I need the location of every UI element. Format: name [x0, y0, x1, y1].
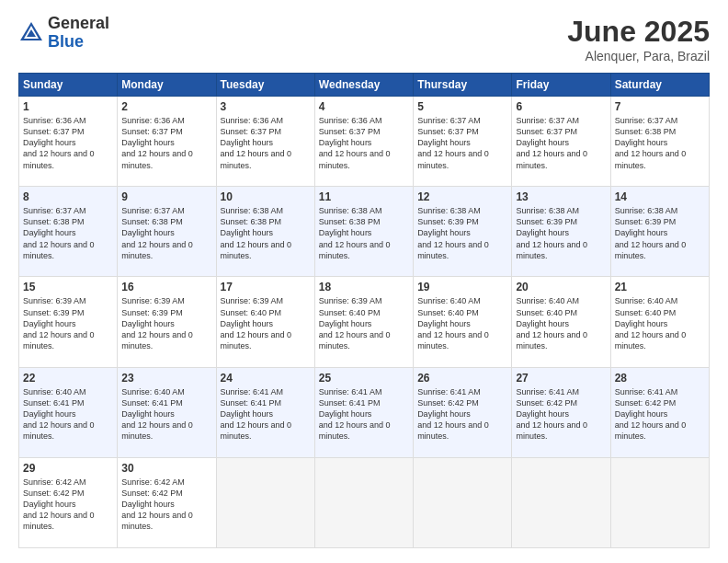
day-detail: Sunrise: 6:37 AMSunset: 6:38 PMDaylight …: [23, 205, 113, 261]
table-row: [414, 457, 512, 547]
table-row: 24Sunrise: 6:41 AMSunset: 6:41 PMDayligh…: [216, 367, 314, 457]
day-detail: Sunrise: 6:39 AMSunset: 6:39 PMDaylight …: [121, 295, 211, 351]
day-number: 23: [121, 372, 211, 385]
day-number: 13: [516, 190, 606, 203]
day-detail: Sunrise: 6:38 AMSunset: 6:39 PMDaylight …: [417, 205, 507, 261]
calendar-week-row: 15Sunrise: 6:39 AMSunset: 6:39 PMDayligh…: [19, 277, 710, 367]
day-detail: Sunrise: 6:39 AMSunset: 6:39 PMDaylight …: [23, 295, 113, 351]
day-number: 14: [615, 190, 705, 203]
col-wednesday: Wednesday: [314, 74, 413, 97]
table-row: 20Sunrise: 6:40 AMSunset: 6:40 PMDayligh…: [512, 277, 610, 367]
day-detail: Sunrise: 6:40 AMSunset: 6:40 PMDaylight …: [417, 295, 507, 351]
col-thursday: Thursday: [414, 74, 512, 97]
table-row: 11Sunrise: 6:38 AMSunset: 6:38 PMDayligh…: [314, 187, 413, 277]
col-saturday: Saturday: [610, 74, 709, 97]
day-detail: Sunrise: 6:38 AMSunset: 6:39 PMDaylight …: [516, 205, 606, 261]
day-detail: Sunrise: 6:42 AMSunset: 6:42 PMDaylight …: [23, 477, 113, 533]
table-row: 17Sunrise: 6:39 AMSunset: 6:40 PMDayligh…: [216, 277, 314, 367]
day-detail: Sunrise: 6:42 AMSunset: 6:42 PMDaylight …: [121, 477, 211, 533]
table-row: 18Sunrise: 6:39 AMSunset: 6:40 PMDayligh…: [314, 277, 413, 367]
day-detail: Sunrise: 6:38 AMSunset: 6:38 PMDaylight …: [319, 205, 409, 261]
day-number: 26: [417, 372, 507, 385]
day-number: 17: [221, 281, 311, 293]
day-detail: Sunrise: 6:38 AMSunset: 6:39 PMDaylight …: [615, 205, 705, 261]
day-detail: Sunrise: 6:41 AMSunset: 6:42 PMDaylight …: [615, 386, 705, 442]
table-row: 1Sunrise: 6:36 AMSunset: 6:37 PMDaylight…: [19, 97, 118, 187]
day-detail: Sunrise: 6:37 AMSunset: 6:37 PMDaylight …: [417, 115, 507, 171]
day-number: 10: [221, 190, 311, 203]
day-number: 7: [615, 100, 705, 113]
day-number: 11: [319, 190, 409, 203]
day-detail: Sunrise: 6:39 AMSunset: 6:40 PMDaylight …: [221, 295, 311, 351]
table-row: 15Sunrise: 6:39 AMSunset: 6:39 PMDayligh…: [19, 277, 118, 367]
day-detail: Sunrise: 6:40 AMSunset: 6:41 PMDaylight …: [23, 386, 113, 442]
calendar-week-row: 1Sunrise: 6:36 AMSunset: 6:37 PMDaylight…: [19, 97, 710, 187]
day-detail: Sunrise: 6:40 AMSunset: 6:40 PMDaylight …: [615, 295, 705, 351]
table-row: 26Sunrise: 6:41 AMSunset: 6:42 PMDayligh…: [414, 367, 512, 457]
table-row: 27Sunrise: 6:41 AMSunset: 6:42 PMDayligh…: [512, 367, 610, 457]
day-number: 22: [23, 372, 113, 385]
page: General Blue June 2025 Alenquer, Para, B…: [0, 0, 728, 563]
table-row: 29Sunrise: 6:42 AMSunset: 6:42 PMDayligh…: [19, 457, 118, 547]
day-detail: Sunrise: 6:41 AMSunset: 6:42 PMDaylight …: [417, 386, 507, 442]
title-block: June 2025 Alenquer, Para, Brazil: [567, 15, 710, 63]
month-title: June 2025: [567, 15, 710, 49]
day-number: 2: [121, 100, 211, 113]
day-number: 30: [121, 462, 211, 475]
calendar-week-row: 22Sunrise: 6:40 AMSunset: 6:41 PMDayligh…: [19, 367, 710, 457]
calendar-week-row: 8Sunrise: 6:37 AMSunset: 6:38 PMDaylight…: [19, 187, 710, 277]
day-detail: Sunrise: 6:38 AMSunset: 6:38 PMDaylight …: [221, 205, 311, 261]
table-row: 2Sunrise: 6:36 AMSunset: 6:37 PMDaylight…: [118, 97, 216, 187]
day-detail: Sunrise: 6:36 AMSunset: 6:37 PMDaylight …: [221, 115, 311, 171]
calendar-header-row: Sunday Monday Tuesday Wednesday Thursday…: [19, 74, 710, 97]
header: General Blue June 2025 Alenquer, Para, B…: [18, 15, 710, 63]
day-number: 21: [615, 281, 705, 293]
day-number: 28: [615, 372, 705, 385]
day-detail: Sunrise: 6:37 AMSunset: 6:38 PMDaylight …: [615, 115, 705, 171]
day-detail: Sunrise: 6:36 AMSunset: 6:37 PMDaylight …: [319, 115, 409, 171]
day-number: 19: [417, 281, 507, 293]
col-monday: Monday: [118, 74, 216, 97]
table-row: 14Sunrise: 6:38 AMSunset: 6:39 PMDayligh…: [610, 187, 709, 277]
table-row: 30Sunrise: 6:42 AMSunset: 6:42 PMDayligh…: [118, 457, 216, 547]
calendar-table: Sunday Monday Tuesday Wednesday Thursday…: [18, 73, 710, 548]
logo-text: General Blue: [48, 15, 109, 52]
day-number: 20: [516, 281, 606, 293]
day-number: 25: [319, 372, 409, 385]
day-number: 9: [121, 190, 211, 203]
day-detail: Sunrise: 6:41 AMSunset: 6:42 PMDaylight …: [516, 386, 606, 442]
table-row: 25Sunrise: 6:41 AMSunset: 6:41 PMDayligh…: [314, 367, 413, 457]
day-number: 29: [23, 462, 113, 475]
table-row: 16Sunrise: 6:39 AMSunset: 6:39 PMDayligh…: [118, 277, 216, 367]
table-row: 22Sunrise: 6:40 AMSunset: 6:41 PMDayligh…: [19, 367, 118, 457]
day-detail: Sunrise: 6:39 AMSunset: 6:40 PMDaylight …: [319, 295, 409, 351]
day-number: 18: [319, 281, 409, 293]
table-row: 28Sunrise: 6:41 AMSunset: 6:42 PMDayligh…: [610, 367, 709, 457]
day-number: 8: [23, 190, 113, 203]
day-number: 27: [516, 372, 606, 385]
day-number: 3: [221, 100, 311, 113]
day-number: 24: [221, 372, 311, 385]
col-sunday: Sunday: [19, 74, 118, 97]
table-row: 6Sunrise: 6:37 AMSunset: 6:37 PMDaylight…: [512, 97, 610, 187]
day-detail: Sunrise: 6:41 AMSunset: 6:41 PMDaylight …: [221, 386, 311, 442]
table-row: 12Sunrise: 6:38 AMSunset: 6:39 PMDayligh…: [414, 187, 512, 277]
table-row: 10Sunrise: 6:38 AMSunset: 6:38 PMDayligh…: [216, 187, 314, 277]
col-friday: Friday: [512, 74, 610, 97]
table-row: 7Sunrise: 6:37 AMSunset: 6:38 PMDaylight…: [610, 97, 709, 187]
day-number: 5: [417, 100, 507, 113]
table-row: 19Sunrise: 6:40 AMSunset: 6:40 PMDayligh…: [414, 277, 512, 367]
table-row: [216, 457, 314, 547]
logo: General Blue: [18, 15, 109, 52]
generalblue-icon: [18, 20, 44, 46]
day-detail: Sunrise: 6:36 AMSunset: 6:37 PMDaylight …: [23, 115, 113, 171]
day-number: 1: [23, 100, 113, 113]
table-row: 23Sunrise: 6:40 AMSunset: 6:41 PMDayligh…: [118, 367, 216, 457]
table-row: [314, 457, 413, 547]
table-row: 3Sunrise: 6:36 AMSunset: 6:37 PMDaylight…: [216, 97, 314, 187]
day-detail: Sunrise: 6:41 AMSunset: 6:41 PMDaylight …: [319, 386, 409, 442]
location: Alenquer, Para, Brazil: [567, 49, 710, 63]
table-row: 4Sunrise: 6:36 AMSunset: 6:37 PMDaylight…: [314, 97, 413, 187]
table-row: 13Sunrise: 6:38 AMSunset: 6:39 PMDayligh…: [512, 187, 610, 277]
day-detail: Sunrise: 6:37 AMSunset: 6:38 PMDaylight …: [121, 205, 211, 261]
